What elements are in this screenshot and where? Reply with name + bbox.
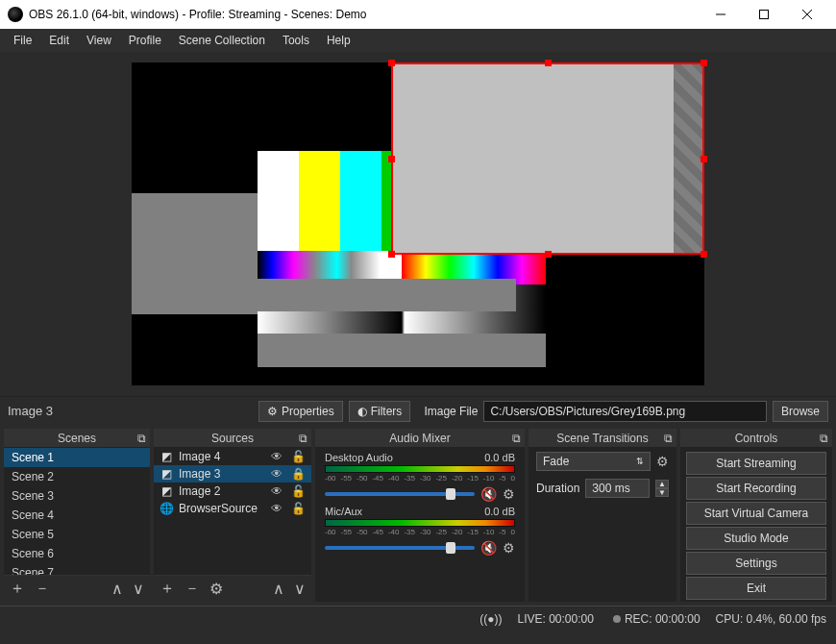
scene-row[interactable]: Scene 4 (4, 506, 150, 525)
preview-canvas[interactable] (132, 62, 704, 385)
lock-toggle[interactable]: 🔓 (290, 502, 306, 515)
scene-row[interactable]: Scene 6 (4, 544, 150, 563)
scene-row[interactable]: Scene 7 (4, 563, 150, 575)
menu-help[interactable]: Help (319, 31, 358, 50)
visibility-toggle[interactable]: 👁 (269, 450, 284, 463)
preview-selected-source[interactable] (391, 62, 704, 255)
menu-edit[interactable]: Edit (41, 31, 77, 50)
duration-input[interactable]: 300 ms (585, 479, 650, 498)
remove-source-button[interactable]: － (184, 579, 200, 599)
move-scene-up-button[interactable]: ∧ (111, 580, 123, 598)
duration-stepper[interactable]: ▲▼ (655, 480, 669, 497)
popout-icon[interactable]: ⧉ (820, 432, 828, 445)
menu-profile[interactable]: Profile (121, 31, 169, 50)
lock-toggle[interactable]: 🔓 (290, 484, 306, 498)
scenes-list[interactable]: Scene 1Scene 2Scene 3Scene 4Scene 5Scene… (4, 448, 150, 575)
resize-handle-ml[interactable] (388, 156, 395, 162)
control-button-settings[interactable]: Settings (686, 552, 826, 575)
source-row[interactable]: ◩Image 3👁🔒 (154, 465, 311, 483)
move-source-down-button[interactable]: ∨ (294, 580, 306, 598)
menu-scene-collection[interactable]: Scene Collection (171, 31, 273, 50)
resize-handle-bm[interactable] (545, 251, 552, 258)
mixer-channel: Mic/Aux0.0 dB-60-55-50-45-40-35-30-25-20… (315, 502, 525, 556)
window-maximize-button[interactable] (742, 0, 785, 29)
duration-value: 300 ms (592, 482, 629, 495)
source-row[interactable]: 🌐BrowserSource👁🔓 (154, 500, 311, 517)
window-close-button[interactable] (785, 0, 828, 29)
menu-tools[interactable]: Tools (275, 31, 317, 50)
popout-icon[interactable]: ⧉ (137, 432, 146, 445)
visibility-toggle[interactable]: 👁 (269, 502, 284, 515)
filters-icon: ◐ (357, 405, 367, 418)
lock-toggle[interactable]: 🔓 (290, 450, 306, 463)
transition-select[interactable]: Fade ⇅ (536, 452, 651, 471)
status-live: LIVE: 00:00:00 (517, 612, 593, 626)
menu-bar: File Edit View Profile Scene Collection … (0, 29, 836, 52)
scenes-title: Scenes (58, 432, 96, 445)
transition-value: Fade (543, 455, 569, 468)
control-button-start-recording[interactable]: Start Recording (686, 477, 826, 500)
transition-settings-button[interactable]: ⚙ (656, 454, 669, 469)
image-icon: ◩ (160, 450, 173, 463)
menu-view[interactable]: View (79, 31, 119, 50)
move-source-up-button[interactable]: ∧ (273, 580, 284, 598)
window-minimize-button[interactable] (699, 0, 742, 29)
channel-settings-button[interactable]: ⚙ (503, 486, 515, 502)
volume-slider[interactable] (325, 492, 475, 496)
resize-handle-tr[interactable] (701, 60, 707, 66)
resize-handle-br[interactable] (701, 251, 707, 258)
properties-button[interactable]: ⚙ Properties (258, 401, 343, 422)
image-file-input[interactable] (483, 401, 767, 422)
audio-mixer-panel: Audio Mixer ⧉ Desktop Audio0.0 dB-60-55-… (315, 429, 525, 602)
browse-button[interactable]: Browse (773, 401, 828, 422)
sources-title: Sources (211, 432, 254, 445)
broadcast-icon: ((●)) (479, 612, 502, 626)
source-name: Image 4 (179, 450, 263, 463)
remove-scene-button[interactable]: － (35, 579, 50, 599)
resize-handle-bl[interactable] (388, 251, 395, 258)
channel-db: 0.0 dB (484, 452, 515, 463)
visibility-toggle[interactable]: 👁 (269, 467, 284, 481)
filters-button[interactable]: ◐ Filters (349, 401, 411, 422)
menu-file[interactable]: File (6, 31, 39, 50)
audio-meter (325, 465, 515, 473)
transitions-body: Fade ⇅ ⚙ Duration 300 ms ▲▼ (529, 448, 676, 602)
volume-slider[interactable] (325, 546, 475, 550)
source-name: Image 2 (179, 484, 263, 498)
lock-toggle[interactable]: 🔒 (290, 467, 306, 481)
move-scene-down-button[interactable]: ∨ (133, 580, 144, 598)
scenes-toolbar: ＋ － ∧ ∨ (4, 575, 150, 602)
source-properties-button[interactable]: ⚙ (209, 580, 223, 598)
scene-row[interactable]: Scene 5 (4, 525, 150, 544)
dock-area: Scenes ⧉ Scene 1Scene 2Scene 3Scene 4Sce… (0, 425, 836, 606)
resize-handle-tl[interactable] (388, 60, 395, 66)
control-button-exit[interactable]: Exit (686, 577, 826, 600)
preview-source-grey-lower[interactable] (258, 279, 516, 311)
duration-label: Duration (536, 482, 579, 495)
resize-handle-mr[interactable] (701, 156, 707, 162)
popout-icon[interactable]: ⧉ (299, 432, 307, 445)
control-button-start-streaming[interactable]: Start Streaming (686, 452, 826, 475)
visibility-toggle[interactable]: 👁 (269, 484, 284, 498)
status-cpu: CPU: 0.4%, 60.00 fps (716, 612, 826, 626)
scene-row[interactable]: Scene 3 (4, 486, 150, 506)
popout-icon[interactable]: ⧉ (512, 432, 521, 445)
sources-list[interactable]: ◩Image 4👁🔓◩Image 3👁🔒◩Image 2👁🔓🌐BrowserSo… (154, 448, 311, 575)
sources-header: Sources ⧉ (154, 429, 311, 448)
source-row[interactable]: ◩Image 4👁🔓 (154, 448, 311, 465)
mute-button[interactable]: 🔇 (480, 540, 497, 556)
resize-handle-tm[interactable] (545, 60, 552, 66)
popout-icon[interactable]: ⧉ (664, 432, 673, 445)
scene-row[interactable]: Scene 2 (4, 467, 150, 486)
image-icon: ◩ (160, 484, 173, 498)
scene-row[interactable]: Scene 1 (4, 448, 150, 467)
add-source-button[interactable]: ＋ (160, 579, 175, 599)
channel-settings-button[interactable]: ⚙ (503, 540, 515, 556)
control-button-start-virtual-camera[interactable]: Start Virtual Camera (686, 502, 826, 525)
selected-source-label: Image 3 (8, 404, 253, 418)
mute-button[interactable]: 🔇 (480, 486, 497, 502)
source-row[interactable]: ◩Image 2👁🔓 (154, 483, 311, 500)
control-button-studio-mode[interactable]: Studio Mode (686, 527, 826, 550)
browse-label: Browse (781, 405, 820, 418)
add-scene-button[interactable]: ＋ (10, 579, 25, 599)
